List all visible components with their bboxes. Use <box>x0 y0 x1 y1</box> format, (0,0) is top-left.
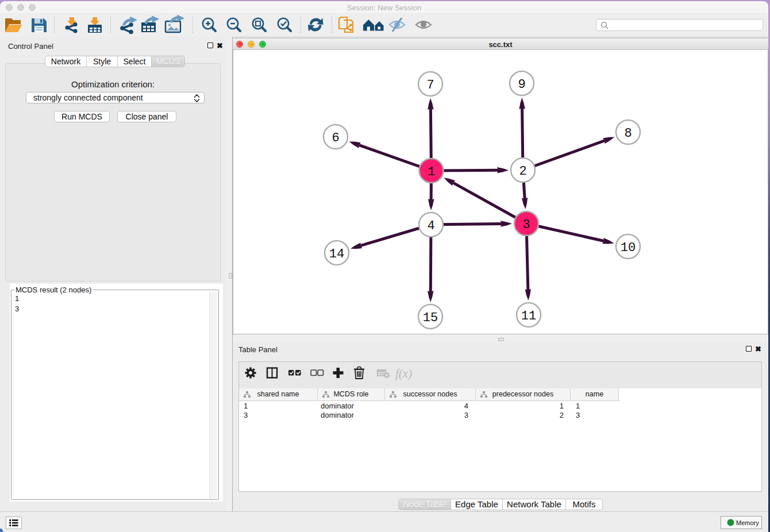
svg-text:6: 6 <box>332 131 339 145</box>
svg-text:4: 4 <box>427 219 434 233</box>
svg-text:15: 15 <box>423 311 438 325</box>
svg-text:9: 9 <box>518 78 525 92</box>
svg-text:7: 7 <box>426 78 434 92</box>
svg-text:f(x): f(x) <box>395 367 412 380</box>
svg-text:14: 14 <box>329 247 344 261</box>
svg-text:8: 8 <box>624 126 632 141</box>
svg-text:11: 11 <box>521 309 536 323</box>
svg-text:2: 2 <box>519 164 526 179</box>
svg-text:1: 1 <box>428 165 435 179</box>
svg-text:10: 10 <box>621 241 636 255</box>
svg-text:3: 3 <box>522 218 530 232</box>
